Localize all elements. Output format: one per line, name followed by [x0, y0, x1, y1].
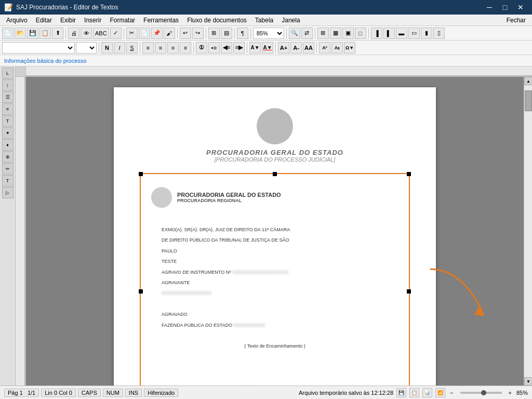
- font-size-select[interactable]: [76, 42, 97, 54]
- save-as-button[interactable]: 📋: [39, 28, 51, 39]
- status-btn4[interactable]: 📶: [435, 388, 445, 397]
- menu-arquivo[interactable]: Arquivo: [2, 16, 32, 25]
- left-tool-11[interactable]: ▷: [2, 187, 14, 198]
- handle-ml[interactable]: [139, 289, 143, 294]
- menu-janela[interactable]: Janela: [277, 16, 304, 25]
- undo-button[interactable]: ↩: [180, 28, 191, 39]
- align-justify-button[interactable]: ≡: [180, 42, 191, 54]
- zoom-plus-btn[interactable]: +: [507, 390, 513, 396]
- col-btn1[interactable]: ▐: [371, 28, 382, 39]
- fontsize-large-button[interactable]: A+: [278, 42, 289, 54]
- pilcrow-button[interactable]: ¶: [237, 28, 248, 39]
- bold-button[interactable]: N: [101, 42, 113, 54]
- align-center-button[interactable]: ≡: [155, 42, 166, 54]
- zoom-slider[interactable]: [460, 392, 502, 394]
- maximize-button[interactable]: □: [498, 2, 512, 13]
- left-tool-3[interactable]: ☰: [2, 91, 14, 103]
- status-btn2[interactable]: 📋: [409, 388, 419, 397]
- left-tool-1[interactable]: L: [2, 68, 14, 79]
- menu-inserir[interactable]: Inserir: [80, 16, 105, 25]
- open-button[interactable]: 📂: [15, 28, 26, 39]
- new-button[interactable]: 📄: [2, 28, 14, 39]
- decrease-indent-button[interactable]: ◀≡: [221, 42, 232, 54]
- fontcolor-button[interactable]: A▼: [262, 42, 273, 54]
- left-tool-7[interactable]: ♦: [2, 139, 14, 151]
- paste-button[interactable]: 📌: [151, 28, 163, 39]
- uppercase-button[interactable]: AA: [303, 42, 314, 54]
- col-btn4[interactable]: ▭: [408, 28, 420, 39]
- align-left-button[interactable]: ≡: [142, 42, 154, 54]
- vertical-scrollbar[interactable]: ▲ ▼: [524, 77, 532, 385]
- fechar-button[interactable]: Fechar: [502, 16, 530, 25]
- format-brush-button[interactable]: 🖌: [164, 28, 175, 39]
- left-tool-6[interactable]: ✦: [2, 127, 14, 139]
- col-btn3[interactable]: ▬: [396, 28, 407, 39]
- doc-blurred-2: XXXXXXXXXXXXXXXX: [162, 289, 211, 297]
- copy-button[interactable]: 📄: [139, 28, 150, 39]
- search-button[interactable]: 🔍: [289, 28, 300, 39]
- left-tool-9[interactable]: ✏: [2, 163, 14, 175]
- scroll-thumb[interactable]: [525, 90, 532, 111]
- table2-button[interactable]: ▤: [221, 28, 232, 39]
- close-button[interactable]: ✕: [513, 2, 528, 13]
- export-button[interactable]: ⬆: [52, 28, 63, 39]
- menu-exibir[interactable]: Exibir: [56, 16, 80, 25]
- scroll-down-button[interactable]: ▼: [524, 377, 532, 385]
- zoom-select[interactable]: 85% 100% 75%: [253, 28, 284, 39]
- handle-tl[interactable]: [139, 172, 143, 176]
- numbering-button[interactable]: ①: [196, 42, 207, 54]
- bullets-button[interactable]: •≡: [208, 42, 220, 54]
- process-info-link[interactable]: Informações básica do processo: [4, 58, 86, 64]
- fontsize-small-button[interactable]: A-: [290, 42, 302, 54]
- left-tool-4[interactable]: ≡: [2, 103, 14, 115]
- spell2-button[interactable]: ✓: [110, 28, 122, 39]
- table-button[interactable]: ⊞: [208, 28, 220, 39]
- zoom-minus-btn[interactable]: −: [448, 390, 455, 396]
- menu-fluxo[interactable]: Fluxo de documentos: [183, 16, 251, 25]
- grid-btn3[interactable]: ▣: [342, 28, 354, 39]
- align-right-button[interactable]: ≡: [167, 42, 179, 54]
- handle-mr[interactable]: [407, 289, 411, 294]
- left-tool-8[interactable]: ⊕: [2, 151, 14, 163]
- left-tool-10[interactable]: T: [2, 175, 14, 187]
- left-tool-2[interactable]: ↕: [2, 79, 14, 91]
- grid-btn2[interactable]: ▦: [330, 28, 341, 39]
- highlight-button[interactable]: A▼: [249, 42, 261, 54]
- document-viewport[interactable]: PROCURADORIA GERAL DO ESTADO [PROCURADOR…: [26, 77, 524, 385]
- handle-tm[interactable]: [273, 172, 277, 176]
- subscript-button[interactable]: A₂: [331, 42, 343, 54]
- menu-tabela[interactable]: Tabela: [251, 16, 277, 25]
- menu-editar[interactable]: Editar: [32, 16, 56, 25]
- col-btn6[interactable]: ▯: [433, 28, 445, 39]
- special-char-button[interactable]: Ω▼: [344, 42, 355, 54]
- replace-button[interactable]: ⇄: [301, 28, 313, 39]
- menu-ferramentas[interactable]: Ferramentas: [139, 16, 183, 25]
- zoom-slider-thumb[interactable]: [481, 390, 486, 395]
- increase-indent-button[interactable]: ≡▶: [233, 42, 245, 54]
- col-btn5[interactable]: ▮: [421, 28, 432, 39]
- print-preview-button[interactable]: 👁: [81, 28, 92, 39]
- scroll-track[interactable]: [524, 85, 532, 377]
- save-button[interactable]: 💾: [27, 28, 38, 39]
- underline-button[interactable]: S: [126, 42, 138, 54]
- print-button[interactable]: 🖨: [68, 28, 79, 39]
- doc-line-12: XXXXX , 22 de fevereiro de 2021.: [162, 385, 388, 385]
- grid-btn4[interactable]: □: [355, 28, 366, 39]
- redo-button[interactable]: ↪: [192, 28, 204, 39]
- grid-btn1[interactable]: ⊞: [317, 28, 329, 39]
- titlebar: 📝 SAJ Procuradorias - Editor de Textos ─…: [0, 0, 532, 15]
- handle-tr[interactable]: [407, 172, 411, 176]
- menu-formatar[interactable]: Formatar: [105, 16, 139, 25]
- spellcheck-button[interactable]: ABC: [93, 28, 109, 39]
- font-select[interactable]: [2, 42, 75, 54]
- status-btn3[interactable]: 📊: [422, 388, 432, 397]
- status-btn1[interactable]: 💾: [396, 388, 406, 397]
- left-tool-5[interactable]: T: [2, 115, 14, 127]
- cut-button[interactable]: ✂: [126, 28, 138, 39]
- italic-button[interactable]: I: [114, 42, 125, 54]
- superscript-button[interactable]: A²: [319, 42, 330, 54]
- minimize-button[interactable]: ─: [482, 2, 497, 13]
- scroll-up-button[interactable]: ▲: [524, 77, 532, 85]
- content-area: L ↕ ☰ ≡ T ✦ ♦ ⊕ ✏ T ▷ /* ruler ticks wil…: [0, 66, 532, 385]
- col-btn2[interactable]: ▌: [383, 28, 395, 39]
